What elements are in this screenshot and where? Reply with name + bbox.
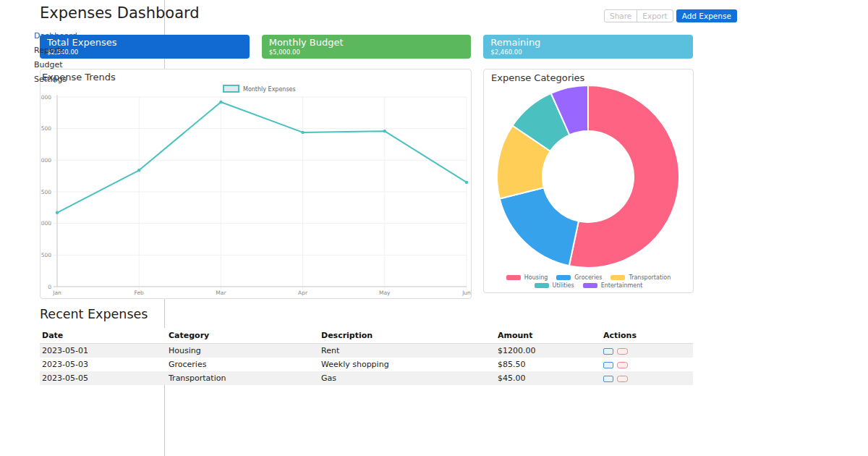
donut-segment-groceries[interactable] bbox=[500, 187, 579, 266]
legend-swatch bbox=[556, 275, 571, 280]
cell-description: Gas bbox=[319, 371, 495, 385]
export-button[interactable]: Export bbox=[637, 9, 673, 22]
card-title: Remaining bbox=[490, 37, 686, 48]
svg-text:Apr: Apr bbox=[298, 290, 308, 296]
sidebar-item-dashboard[interactable]: Dashboard bbox=[0, 29, 164, 43]
svg-text:3,000: 3,000 bbox=[41, 94, 51, 101]
recent-expenses-table: Date Category Description Amount Actions… bbox=[40, 328, 693, 385]
cell-category: Housing bbox=[166, 344, 319, 358]
svg-text:May: May bbox=[379, 290, 391, 296]
cell-actions bbox=[601, 344, 693, 358]
table-row: 2023-05-01HousingRent$1200.00 bbox=[40, 344, 693, 358]
remaining-card: Remaining $2,460.00 bbox=[483, 35, 693, 59]
recent-expenses-title: Recent Expenses bbox=[40, 307, 148, 321]
sidebar-item-settings[interactable]: Settings bbox=[0, 72, 164, 87]
legend-swatch bbox=[506, 275, 521, 280]
svg-text:Jan: Jan bbox=[52, 290, 61, 296]
svg-text:2,000: 2,000 bbox=[41, 157, 51, 164]
share-button[interactable]: Share bbox=[604, 9, 637, 22]
card-value: $5,000.00 bbox=[269, 48, 464, 56]
table-row: 2023-05-05TransportationGas$45.00 bbox=[40, 371, 693, 385]
delete-button[interactable] bbox=[617, 376, 628, 382]
legend-item-utilities[interactable]: Utilities bbox=[535, 282, 574, 289]
legend-label: Housing bbox=[524, 274, 548, 281]
cell-amount: $85.50 bbox=[495, 358, 601, 371]
edit-button[interactable] bbox=[603, 348, 613, 355]
cell-date: 2023-05-01 bbox=[40, 344, 166, 358]
expense-trends-line-chart[interactable]: 05001,0001,5002,0002,5003,000JanFebMarAp… bbox=[41, 69, 471, 298]
cell-actions bbox=[601, 358, 693, 371]
sidebar: Dashboard Reports Budget Settings bbox=[0, 29, 164, 87]
column-header-description: Description bbox=[319, 328, 495, 344]
svg-text:Mar: Mar bbox=[216, 290, 226, 296]
legend-label: Groceries bbox=[574, 274, 602, 281]
legend-label: Transportation bbox=[629, 274, 671, 281]
cell-category: Transportation bbox=[166, 371, 319, 385]
legend-swatch bbox=[583, 283, 597, 288]
table-header-row: Date Category Description Amount Actions bbox=[40, 328, 693, 344]
svg-text:1,500: 1,500 bbox=[41, 189, 51, 195]
cell-category: Groceries bbox=[166, 358, 319, 371]
expense-trends-panel: Expense Trends 05001,0001,5002,0002,5003… bbox=[40, 69, 472, 299]
legend-item-transportation[interactable]: Transportation bbox=[610, 274, 671, 281]
legend-item-groceries[interactable]: Groceries bbox=[556, 274, 602, 281]
cell-actions bbox=[601, 371, 693, 385]
delete-button[interactable] bbox=[617, 362, 628, 368]
table-row: 2023-05-03GroceriesWeekly shopping$85.50 bbox=[40, 358, 693, 371]
cell-description: Rent bbox=[319, 344, 495, 358]
expense-categories-donut-chart[interactable] bbox=[484, 69, 693, 292]
svg-text:500: 500 bbox=[41, 252, 52, 258]
edit-button[interactable] bbox=[603, 376, 613, 382]
column-header-actions: Actions bbox=[601, 328, 693, 344]
legend-item-entertainment[interactable]: Entertainment bbox=[583, 282, 643, 289]
svg-text:Feb: Feb bbox=[135, 290, 145, 296]
column-header-category: Category bbox=[166, 328, 319, 344]
svg-text:0: 0 bbox=[48, 284, 51, 290]
add-expense-button[interactable]: Add Expense bbox=[676, 9, 737, 22]
legend-swatch bbox=[610, 275, 625, 280]
cell-amount: $1200.00 bbox=[495, 344, 601, 358]
cell-date: 2023-05-03 bbox=[40, 358, 166, 371]
card-value: $2,460.00 bbox=[490, 48, 686, 56]
legend-label: Entertainment bbox=[601, 282, 643, 289]
expense-categories-title: Expense Categories bbox=[491, 72, 584, 83]
cell-description: Weekly shopping bbox=[319, 358, 495, 371]
sidebar-item-reports[interactable]: Reports bbox=[0, 43, 164, 58]
column-header-date: Date bbox=[40, 328, 166, 344]
sidebar-item-budget[interactable]: Budget bbox=[0, 58, 164, 72]
delete-button[interactable] bbox=[617, 348, 628, 355]
toolbar: Share Export Add Expense bbox=[604, 9, 737, 22]
svg-text:1,000: 1,000 bbox=[41, 220, 51, 227]
svg-text:Jun: Jun bbox=[461, 290, 471, 296]
svg-text:2,500: 2,500 bbox=[41, 125, 51, 132]
edit-button[interactable] bbox=[603, 362, 613, 368]
svg-text:Monthly Expenses: Monthly Expenses bbox=[243, 86, 296, 93]
expense-categories-panel: Expense Categories HousingGroceriesTrans… bbox=[483, 69, 694, 293]
donut-legend: HousingGroceriesTransportationUtilitiesE… bbox=[484, 274, 693, 289]
legend-item-housing[interactable]: Housing bbox=[506, 274, 548, 281]
cell-date: 2023-05-05 bbox=[40, 371, 166, 385]
monthly-budget-card: Monthly Budget $5,000.00 bbox=[262, 35, 472, 59]
page-title: Expenses Dashboard bbox=[40, 4, 200, 22]
column-header-amount: Amount bbox=[495, 328, 601, 344]
card-title: Monthly Budget bbox=[269, 37, 464, 48]
legend-label: Utilities bbox=[553, 282, 574, 289]
cell-amount: $45.00 bbox=[495, 371, 601, 385]
legend-swatch bbox=[535, 283, 549, 288]
